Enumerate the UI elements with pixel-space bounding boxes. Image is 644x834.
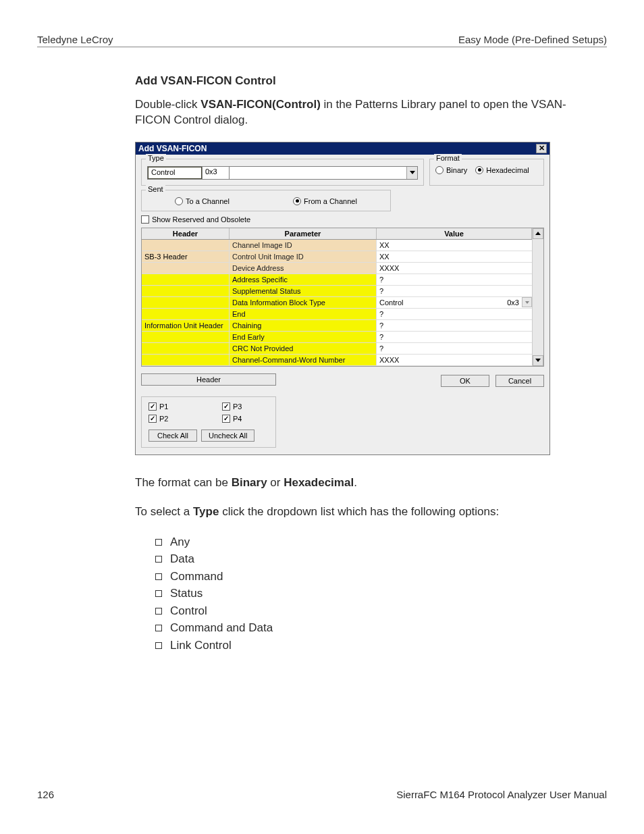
bullet-icon — [155, 608, 162, 615]
table-row: Channel-Command-Word NumberXXXX — [142, 355, 532, 366]
table-row: Information Unit HeaderChaining? — [142, 320, 532, 332]
list-item: Data — [155, 550, 593, 568]
header-cell — [142, 263, 230, 273]
ports-group: P1 P3 P2 P4 Check AllUncheck All — [141, 396, 276, 448]
table-row: Supplemental Status? — [142, 286, 532, 297]
value-cell[interactable]: ? — [377, 286, 532, 296]
header-cell — [142, 274, 230, 285]
dialog-titlebar: Add VSAN-FICON ✕ — [136, 142, 549, 155]
header-cell — [142, 286, 230, 296]
table-row: Address Specific? — [142, 274, 532, 286]
list-item: Control — [155, 602, 593, 620]
table-row: End Early? — [142, 332, 532, 343]
table-row: Data Information Block TypeControl0x3 — [142, 297, 532, 309]
table-scrollbar[interactable] — [532, 228, 543, 366]
header-cell — [142, 309, 230, 319]
sent-to-channel-radio[interactable]: To a Channel — [175, 197, 230, 205]
value-cell[interactable]: XXXX — [377, 355, 532, 365]
header-right: Easy Mode (Pre-Defined Setups) — [458, 34, 607, 45]
value-cell[interactable]: ? — [377, 274, 532, 285]
value-cell[interactable]: XXXX — [377, 263, 532, 273]
param-cell: Channel Image ID — [230, 240, 377, 251]
table-row: CRC Not Provided? — [142, 343, 532, 355]
header-cell — [142, 240, 230, 251]
format-hex-radio[interactable]: Hexadecimal — [475, 166, 529, 174]
type-note: To select a Type click the dropdown list… — [135, 504, 593, 520]
sent-from-channel-radio[interactable]: From a Channel — [293, 197, 357, 205]
uncheck-all-button[interactable]: Uncheck All — [201, 429, 254, 442]
port-p3-checkbox[interactable]: P3 — [222, 402, 269, 411]
value-cell[interactable]: XX — [377, 251, 532, 262]
header-cell — [142, 343, 230, 354]
params-table: Header Parameter Value Channel Image IDX… — [141, 228, 544, 367]
bullet-icon — [155, 556, 162, 563]
sent-legend: Sent — [146, 185, 165, 193]
port-p4-checkbox[interactable]: P4 — [222, 415, 269, 423]
table-row: SB-3 HeaderControl Unit Image IDXX — [142, 251, 532, 263]
cancel-button[interactable]: Cancel — [495, 375, 544, 387]
ok-button[interactable]: OK — [441, 375, 489, 387]
param-cell: Chaining — [230, 320, 377, 331]
header-cell — [142, 297, 230, 308]
table-header-row: Header Parameter Value — [142, 228, 532, 240]
type-group: Type Control 0x3 — [141, 159, 424, 186]
value-cell[interactable]: ? — [377, 343, 532, 354]
header-selector: Header P1 P3 P2 P4 Check AllUncheck All — [141, 373, 276, 448]
check-all-button[interactable]: Check All — [149, 429, 197, 442]
format-note: The format can be Binary or Hexadecimal. — [135, 475, 593, 491]
param-cell: Data Information Block Type — [230, 297, 377, 308]
bullet-icon — [155, 590, 162, 597]
port-p1-checkbox[interactable]: P1 — [149, 402, 195, 411]
table-row: Channel Image IDXX — [142, 240, 532, 251]
section-heading: Add VSAN-FICON Control — [135, 74, 593, 88]
sent-group: Sent To a Channel From a Channel — [141, 190, 391, 211]
add-vsan-ficon-dialog: Add VSAN-FICON ✕ Type Control 0x3 — [135, 142, 550, 455]
page-header: Teledyne LeCroy Easy Mode (Pre-Defined S… — [37, 34, 607, 47]
scroll-down-icon[interactable] — [533, 355, 543, 366]
format-group: Format Binary Hexadecimal — [429, 159, 544, 186]
value-cell[interactable]: ? — [377, 332, 532, 342]
param-cell: Channel-Command-Word Number — [230, 355, 377, 365]
scroll-up-icon[interactable] — [533, 228, 543, 239]
format-legend: Format — [434, 154, 462, 162]
type-dropdown[interactable]: Control 0x3 — [147, 166, 418, 180]
value-dropdown[interactable]: Control0x3 — [377, 297, 532, 308]
bullet-icon — [155, 539, 162, 546]
list-item: Link Control — [155, 637, 593, 654]
dialog-title: Add VSAN-FICON — [138, 144, 207, 153]
param-cell: Address Specific — [230, 274, 377, 285]
type-options-list: AnyDataCommandStatusControlCommand and D… — [155, 533, 593, 654]
param-cell: End Early — [230, 332, 377, 342]
bullet-icon — [155, 625, 162, 631]
param-cell: Device Address — [230, 263, 377, 273]
param-cell: Supplemental Status — [230, 286, 377, 296]
list-item: Command — [155, 568, 593, 585]
list-item: Any — [155, 533, 593, 551]
page-number: 126 — [37, 789, 54, 800]
header-cell — [142, 332, 230, 342]
manual-title: SierraFC M164 Protocol Analyzer User Man… — [396, 789, 607, 800]
page-footer: 126 SierraFC M164 Protocol Analyzer User… — [37, 789, 607, 800]
intro-paragraph: Double-click VSAN-FICON(Control) in the … — [135, 97, 593, 128]
header-button[interactable]: Header — [141, 373, 276, 386]
show-reserved-checkbox[interactable]: Show Reserved and Obsolete — [141, 215, 544, 224]
chevron-down-icon[interactable] — [522, 297, 532, 307]
format-binary-radio[interactable]: Binary — [435, 166, 467, 174]
param-cell: CRC Not Provided — [230, 343, 377, 354]
chevron-down-icon[interactable] — [406, 167, 417, 179]
port-p2-checkbox[interactable]: P2 — [149, 415, 195, 423]
param-cell: Control Unit Image ID — [230, 251, 377, 262]
close-icon[interactable]: ✕ — [536, 144, 547, 153]
value-cell[interactable]: ? — [377, 309, 532, 319]
header-left: Teledyne LeCroy — [37, 34, 113, 45]
value-cell[interactable]: ? — [377, 320, 532, 331]
header-cell: Information Unit Header — [142, 320, 230, 331]
type-legend: Type — [146, 154, 166, 162]
list-item: Status — [155, 585, 593, 602]
table-row: End? — [142, 309, 532, 320]
table-row: Device AddressXXXX — [142, 263, 532, 274]
value-cell[interactable]: XX — [377, 240, 532, 251]
list-item: Command and Data — [155, 619, 593, 637]
header-cell: SB-3 Header — [142, 251, 230, 262]
header-cell — [142, 355, 230, 365]
